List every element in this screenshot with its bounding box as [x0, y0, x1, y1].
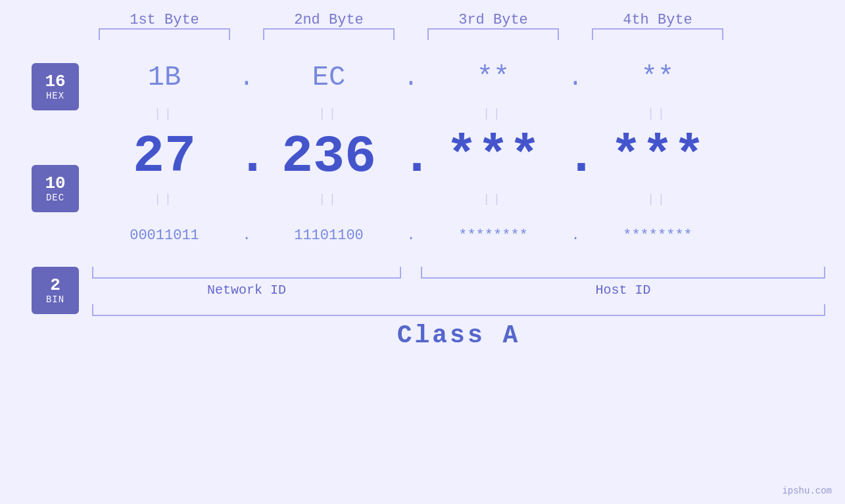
bin-row: 00011011 . 11101100 . ******** . *******… [92, 209, 825, 262]
eq-2-1: || [92, 193, 237, 206]
bin-badge-label: BIN [46, 294, 64, 305]
header-sep-2 [401, 12, 421, 28]
header-cells: 1st Byte 2nd Byte 3rd Byte 4th Byte [92, 12, 845, 28]
header-sep-1 [237, 12, 256, 28]
bin-badge-wrap: 2 BIN [32, 260, 79, 362]
right-data: 1B . EC . ** . ** || || || || 27 [92, 43, 845, 362]
top-bracket-1 [99, 28, 230, 40]
header-sep-3 [566, 12, 585, 28]
bin-badge: 2 BIN [32, 267, 79, 314]
labels-mid-spacer [401, 283, 421, 298]
hex-row: 1B . EC . ** . ** [92, 51, 825, 104]
dec-badge-wrap: 10 DEC [32, 158, 79, 260]
hex-sep-1: . [237, 64, 256, 92]
bin-value-4: ******** [585, 227, 730, 244]
hex-badge: 16 HEX [32, 63, 79, 110]
dec-value-2: 236 [256, 127, 401, 187]
dec-badge: 10 DEC [32, 165, 79, 212]
bin-sep-2: . [401, 227, 421, 244]
eq-1-3: || [421, 107, 566, 120]
byte-header-3: 3rd Byte [421, 12, 566, 28]
bin-value-1: 00011011 [92, 227, 237, 244]
class-label: Class A [92, 321, 825, 350]
watermark: ipshu.com [782, 486, 832, 496]
hex-value-1: 1B [92, 62, 237, 93]
bracket-mid-spacer [401, 267, 421, 279]
host-bracket [421, 267, 825, 279]
hex-badge-number: 16 [45, 72, 65, 91]
bin-value-2: 11101100 [256, 227, 401, 244]
dec-row: 27 . 236 . *** . *** [92, 124, 825, 189]
dec-value-3: *** [421, 127, 566, 187]
dec-sep-1: . [237, 127, 256, 187]
dec-sep-2: . [401, 127, 421, 187]
top-bracket-4 [592, 28, 723, 40]
eq-2-2: || [256, 193, 401, 206]
hex-sep-2: . [401, 64, 421, 92]
dec-sep-3: . [566, 127, 585, 187]
hex-value-2: EC [256, 62, 401, 93]
dec-badge-number: 10 [45, 174, 65, 193]
top-bracket-3 [427, 28, 559, 40]
hex-badge-label: HEX [46, 91, 64, 101]
network-id-label: Network ID [92, 283, 401, 298]
eq-1-2: || [256, 107, 401, 120]
byte-headers-row: 1st Byte 2nd Byte 3rd Byte 4th Byte [0, 12, 845, 28]
equals-row-2: || || || || [92, 189, 825, 209]
bin-sep-3: . [566, 227, 585, 244]
dec-value-4: *** [585, 127, 730, 187]
badges-column: 16 HEX 10 DEC 2 BIN [0, 43, 92, 362]
header-spacer [0, 12, 92, 28]
byte-header-2: 2nd Byte [256, 12, 401, 28]
class-bracket [92, 304, 825, 316]
main-layout: 1st Byte 2nd Byte 3rd Byte 4th Byte [0, 0, 845, 362]
hex-value-4: ** [585, 62, 730, 93]
eq-1-1: || [92, 107, 237, 120]
byte-header-4: 4th Byte [585, 12, 730, 28]
dec-value-1: 27 [92, 127, 237, 187]
bracket-spacer [0, 28, 92, 40]
bottom-bracket-row [92, 267, 825, 279]
id-labels-row: Network ID Host ID [92, 283, 825, 298]
bin-sep-1: . [237, 227, 256, 244]
equals-row-1: || || || || [92, 104, 825, 124]
host-id-label: Host ID [421, 283, 825, 298]
hex-value-3: ** [421, 62, 566, 93]
byte-header-1: 1st Byte [92, 12, 237, 28]
hex-badge-wrap: 16 HEX [32, 57, 79, 158]
eq-2-3: || [421, 193, 566, 206]
eq-1-4: || [585, 107, 730, 120]
top-bracket-section [0, 28, 845, 40]
network-bracket [92, 267, 401, 279]
data-section: 16 HEX 10 DEC 2 BIN 1B [0, 43, 845, 362]
dec-badge-label: DEC [46, 193, 64, 203]
bracket-cells [92, 28, 845, 40]
hex-sep-3: . [566, 64, 585, 92]
bin-badge-number: 2 [50, 276, 60, 295]
bin-value-3: ******** [421, 227, 566, 244]
top-bracket-2 [263, 28, 395, 40]
eq-2-4: || [585, 193, 730, 206]
